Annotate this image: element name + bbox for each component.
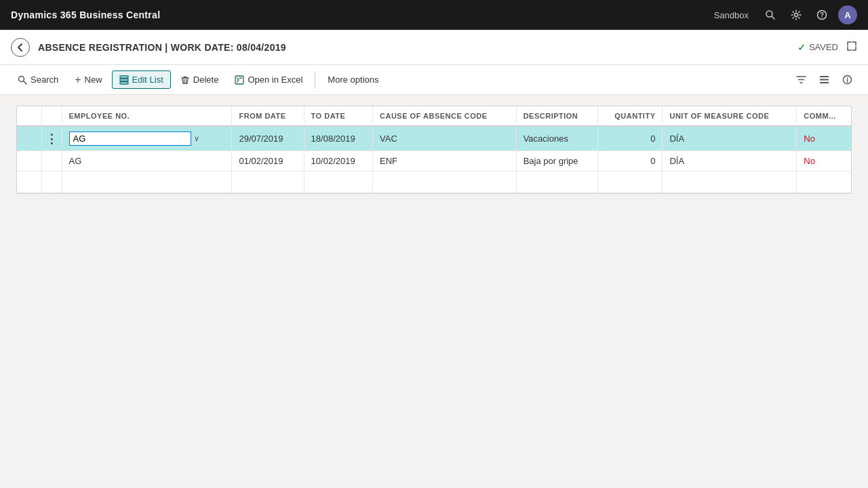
th-row-action [41, 106, 62, 126]
empty-cell-4[interactable] [373, 171, 517, 193]
cell-comment-1[interactable]: No [797, 126, 851, 151]
svg-text:?: ? [820, 12, 824, 19]
cell-cause-code-2[interactable]: ENF [373, 151, 517, 171]
toolbar-separator [315, 72, 315, 88]
row-checkbox-2 [17, 151, 41, 171]
open-in-excel-button[interactable]: Open in Excel [228, 71, 309, 88]
topbar-right: Sandbox ? A [714, 5, 857, 24]
empty-row-checkbox [17, 171, 41, 193]
new-button[interactable]: + New [68, 70, 108, 89]
empty-cell-2[interactable] [232, 171, 304, 193]
absence-table: EMPLOYEE NO. FROM DATE TO DATE CAUSE OF … [17, 106, 851, 193]
app-title: Dynamics 365 Business Central [11, 9, 160, 20]
expand-button[interactable] [846, 41, 857, 54]
more-options-label: More options [328, 75, 378, 85]
svg-rect-7 [120, 76, 128, 78]
toolbar-right-actions [791, 70, 857, 90]
table-row[interactable]: ⋮ ∨ 29/07/2019 18/08/2019 VAC [17, 126, 851, 151]
row-action-cell: ⋮ [41, 126, 62, 151]
cell-uom-2[interactable]: DÍA [663, 151, 797, 171]
cell-to-date-2[interactable]: 10/02/2019 [304, 151, 372, 171]
new-icon: + [75, 74, 81, 86]
open-in-excel-label: Open in Excel [248, 75, 302, 85]
empty-cell-3[interactable] [304, 171, 372, 193]
table-row[interactable]: AG 01/02/2019 10/02/2019 ENF Baja por gr… [17, 151, 851, 171]
empty-cell-7[interactable] [663, 171, 797, 193]
th-quantity: QUANTITY [597, 106, 663, 126]
svg-rect-11 [820, 76, 829, 77]
empty-cell-6[interactable] [597, 171, 663, 193]
cell-comment-2[interactable]: No [797, 151, 851, 171]
employee-no-input-wrapper: ∨ [69, 131, 225, 146]
page-title: ABSENCE REGISTRATION | WORK DATE: 08/04/… [38, 42, 286, 53]
topbar: Dynamics 365 Business Central Sandbox ? … [0, 0, 868, 30]
page-header-left: ABSENCE REGISTRATION | WORK DATE: 08/04/… [11, 38, 286, 57]
svg-line-6 [24, 81, 27, 84]
svg-line-1 [772, 16, 774, 19]
saved-indicator: ✓ SAVED [797, 41, 838, 54]
table-header-row: EMPLOYEE NO. FROM DATE TO DATE CAUSE OF … [17, 106, 851, 126]
row-checkbox-1 [17, 126, 41, 151]
svg-rect-8 [120, 79, 128, 81]
content-area: EMPLOYEE NO. FROM DATE TO DATE CAUSE OF … [0, 95, 868, 488]
th-to-date: TO DATE [304, 106, 372, 126]
cell-cause-code-1[interactable]: VAC [373, 126, 517, 151]
svg-point-2 [795, 14, 798, 17]
cell-employee-no-2[interactable]: AG [62, 151, 232, 171]
info-button[interactable] [837, 70, 857, 90]
search-button[interactable]: Search [11, 71, 65, 88]
back-button[interactable] [11, 38, 30, 57]
cell-description-2[interactable]: Baja por gripe [516, 151, 597, 171]
more-options-button[interactable]: More options [321, 71, 385, 88]
cell-quantity-2[interactable]: 0 [597, 151, 663, 171]
cell-description-1[interactable]: Vacaciones [516, 126, 597, 151]
employee-no-dropdown-icon[interactable]: ∨ [194, 134, 199, 143]
check-icon: ✓ [797, 41, 806, 54]
user-avatar[interactable]: A [838, 5, 857, 24]
edit-list-button-label: Edit List [132, 75, 163, 85]
cell-to-date-1[interactable]: 18/08/2019 [304, 126, 372, 151]
cell-employee-no-1[interactable]: ∨ [62, 126, 232, 151]
row-action-cell-empty [41, 171, 62, 193]
new-button-label: New [85, 75, 102, 85]
data-table-container: EMPLOYEE NO. FROM DATE TO DATE CAUSE OF … [16, 106, 852, 194]
help-icon[interactable]: ? [812, 5, 831, 24]
svg-rect-12 [820, 79, 829, 81]
svg-rect-10 [235, 76, 243, 84]
search-button-label: Search [31, 75, 58, 85]
th-cause-of-absence-code: CAUSE OF ABSENCE CODE [373, 106, 517, 126]
empty-cell-5[interactable] [516, 171, 597, 193]
th-employee-no: EMPLOYEE NO. [62, 106, 232, 126]
th-description: DESCRIPTION [516, 106, 597, 126]
filter-button[interactable] [791, 70, 811, 90]
cell-from-date-1[interactable]: 29/07/2019 [232, 126, 304, 151]
svg-rect-9 [120, 82, 128, 84]
cell-uom-1[interactable]: DÍA [663, 126, 797, 151]
search-icon-topbar[interactable] [761, 5, 780, 24]
page-header: ABSENCE REGISTRATION | WORK DATE: 08/04/… [0, 30, 868, 65]
empty-cell-8[interactable] [797, 171, 851, 193]
toolbar: Search + New Edit List Delete Open in Ex… [0, 65, 868, 95]
th-from-date: FROM DATE [232, 106, 304, 126]
employee-no-input[interactable] [69, 131, 191, 146]
edit-list-button[interactable]: Edit List [112, 70, 171, 89]
saved-label: SAVED [809, 42, 838, 52]
settings-icon[interactable] [787, 5, 806, 24]
table-row-empty[interactable] [17, 171, 851, 193]
view-options-button[interactable] [814, 70, 834, 90]
row-action-cell-empty [41, 151, 62, 171]
page-header-right: ✓ SAVED [797, 41, 857, 54]
delete-button[interactable]: Delete [174, 71, 226, 88]
th-unit-of-measure-code: UNIT OF MEASURE CODE [663, 106, 797, 126]
th-checkbox [17, 106, 41, 126]
delete-button-label: Delete [193, 75, 219, 85]
th-comment: COMM... [797, 106, 851, 126]
empty-cell-1[interactable] [62, 171, 232, 193]
cell-from-date-2[interactable]: 01/02/2019 [232, 151, 304, 171]
svg-rect-13 [820, 82, 829, 83]
cell-quantity-1[interactable]: 0 [597, 126, 663, 151]
row-context-menu-button[interactable]: ⋮ [43, 133, 60, 145]
environment-label: Sandbox [714, 10, 749, 20]
